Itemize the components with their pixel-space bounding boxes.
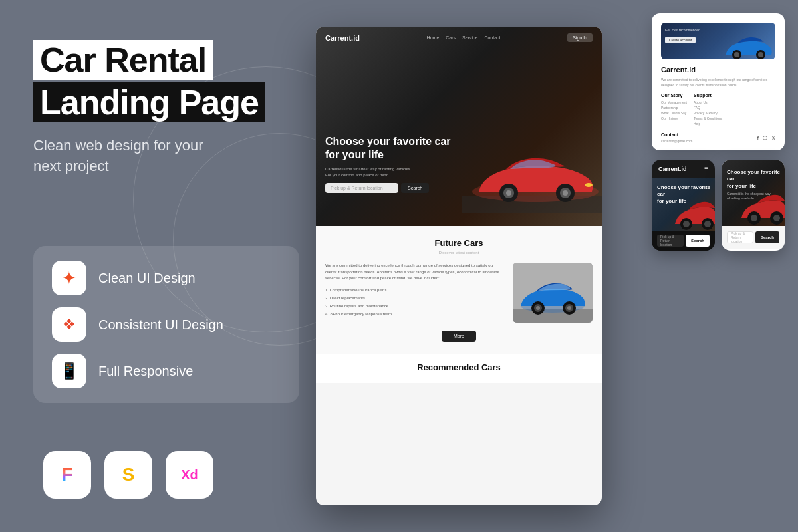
footer-desc: We are committed to delivering excellenc…	[661, 78, 775, 88]
footer-management: Our Management	[661, 100, 687, 104]
mobile-light-mockup: Choose your favorite car for your life C…	[722, 160, 785, 251]
svg-point-17	[567, 306, 571, 310]
mobile-light-search-button[interactable]: Search	[755, 231, 779, 243]
mobile-search-button[interactable]: Search	[686, 235, 710, 247]
footer-history: Our History	[661, 116, 687, 120]
svg-point-23	[683, 221, 690, 227]
footer-hero-text: Get 25% recommended Create Account	[665, 28, 700, 44]
mobile-menu-icon[interactable]: ≡	[704, 165, 708, 172]
preview-hero-content: Choose your favorite car for your life C…	[325, 135, 451, 193]
mobile-light-input[interactable]: Pick up & Return location	[727, 231, 753, 243]
clean-ui-icon: ✦	[52, 261, 86, 295]
more-button[interactable]: More	[442, 331, 476, 342]
svg-point-4	[506, 190, 511, 196]
mobile-light-hero-sub: Carrentid is the cheapest way of selling…	[727, 192, 773, 201]
nav-cars: Cars	[446, 35, 456, 40]
mobile-light-hero: Choose your favorite car for your life C…	[722, 160, 785, 226]
footer-help: Help	[694, 122, 722, 126]
future-title: Future Cars	[325, 238, 593, 248]
xd-icon: Xd	[166, 451, 213, 499]
our-story-title: Our Story	[661, 93, 687, 98]
svg-point-27	[751, 215, 757, 221]
consistent-ui-label: Consistent UI Design	[98, 317, 223, 332]
svg-point-21	[758, 52, 763, 57]
future-car-image	[513, 263, 593, 323]
footer-clients: What Clients Say	[661, 111, 687, 115]
subtitle: Clean web design for your next project	[33, 136, 319, 177]
preview-nav: Carrent.id Home Cars Service Contact Sig…	[316, 27, 602, 49]
preview-search-input[interactable]: Pick up & Return location	[325, 183, 398, 193]
preview-future-section: Future Cars Discover latest content We a…	[316, 226, 602, 354]
future-list-item-2: 2. Direct replacements	[325, 294, 505, 302]
svg-point-19	[734, 52, 739, 57]
svg-point-7	[563, 190, 568, 196]
footer-columns: Our Story Our Management Partnership Wha…	[661, 93, 775, 127]
future-sub: Discover latest content	[325, 251, 593, 255]
mobile-dark-header: Carrent.id ≡	[652, 160, 715, 178]
create-account-btn[interactable]: Create Account	[665, 37, 696, 43]
mobile-dark-hero: Choose your favorite car for your life	[652, 178, 715, 231]
footer-about: About Us	[694, 100, 722, 104]
feature-item-consistent: ❖ Consistent UI Design	[52, 307, 281, 342]
svg-point-14	[536, 306, 540, 310]
mobile-light-hero-text: Choose your favorite car for your life C…	[727, 169, 785, 201]
mobile-light-hero-title: Choose your favorite car for your life	[727, 169, 785, 190]
footer-terms: Terms & Conditions	[694, 116, 722, 120]
future-list-item-1: 1. Comprehensive insurance plans	[325, 286, 505, 294]
mobile-search-input[interactable]: Pick up & Return location	[657, 235, 684, 247]
preview-search-bar: Pick up & Return location Search	[325, 183, 451, 193]
footer-privacy: Privacy & Policy	[694, 111, 722, 115]
left-section: Car Rental Landing Page Clean web design…	[33, 40, 319, 177]
nav-contact: Contact	[484, 35, 500, 40]
title-line1: Car Rental	[40, 41, 206, 79]
feature-item-clean: ✦ Clean UI Design	[52, 261, 281, 295]
mobile-mockups-row: Carrent.id ≡ Choose your favorite car fo…	[652, 160, 785, 251]
mobile-light-search: Pick up & Return location Search	[722, 226, 785, 249]
footer-hero-banner: Get 25% recommended Create Account	[661, 23, 775, 59]
support-title: Support	[694, 93, 722, 98]
preview-logo: Carrent.id	[325, 34, 360, 42]
svg-point-8	[585, 183, 593, 187]
footer-logo: Carrent.id	[661, 66, 775, 74]
responsive-label: Full Responsive	[98, 364, 193, 379]
mobile-dark-mockup: Carrent.id ≡ Choose your favorite car fo…	[652, 160, 715, 251]
title-line2: Landing Page	[40, 83, 259, 122]
title-line1-block: Car Rental	[33, 40, 213, 80]
future-list-item-4: 4. 24-hour emergency response team	[325, 310, 505, 318]
future-list-item-3: 3. Routine repairs and maintenance	[325, 302, 505, 310]
footer-partnership: Partnership	[661, 106, 687, 110]
nav-service: Service	[462, 35, 477, 40]
center-preview: Carrent.id Home Cars Service Contact Sig…	[316, 27, 602, 505]
twitter-icon[interactable]: 𝕏	[771, 135, 775, 141]
facebook-icon[interactable]: f	[757, 135, 759, 141]
responsive-icon: 📱	[52, 354, 86, 388]
future-text: We are committed to delivering excellenc…	[325, 263, 505, 323]
features-card: ✦ Clean UI Design ❖ Consistent UI Design…	[33, 246, 299, 403]
recommended-title: Recommended Cars	[325, 362, 593, 372]
mobile-search-row: Pick up & Return location Search	[652, 231, 715, 251]
preview-search-button[interactable]: Search	[401, 183, 429, 193]
mobile-dark-logo: Carrent.id	[658, 166, 687, 172]
consistent-ui-icon: ❖	[52, 307, 86, 342]
nav-home: Home	[427, 35, 440, 40]
preview-nav-links: Home Cars Service Contact	[427, 35, 501, 40]
discount-text: Get 25% recommended	[665, 28, 700, 32]
preview-hero-title: Choose your favorite car for your life	[325, 135, 451, 163]
clean-ui-label: Clean UI Design	[98, 271, 196, 286]
future-content: We are committed to delivering excellenc…	[325, 263, 593, 323]
feature-item-responsive: 📱 Full Responsive	[52, 354, 281, 388]
title-line2-block: Landing Page	[33, 82, 265, 122]
sign-in-button[interactable]: Sign In	[567, 33, 593, 42]
preview-car-image	[462, 140, 602, 213]
svg-point-25	[704, 221, 711, 227]
figma-icon: F	[43, 451, 91, 499]
tools-row: F S Xd	[43, 451, 213, 499]
future-para: We are committed to delivering excellenc…	[325, 263, 505, 282]
footer-faq: FAQ	[694, 106, 722, 110]
footer-mockup: Get 25% recommended Create Account Carre…	[652, 13, 785, 150]
title-block: Car Rental Landing Page	[33, 40, 319, 122]
preview-hero: Carrent.id Home Cars Service Contact Sig…	[316, 27, 602, 226]
future-list: 1. Comprehensive insurance plans 2. Dire…	[325, 286, 505, 318]
instagram-icon[interactable]: ⬡	[763, 135, 767, 141]
footer-support: Support About Us FAQ Privacy & Policy Te…	[694, 93, 722, 127]
